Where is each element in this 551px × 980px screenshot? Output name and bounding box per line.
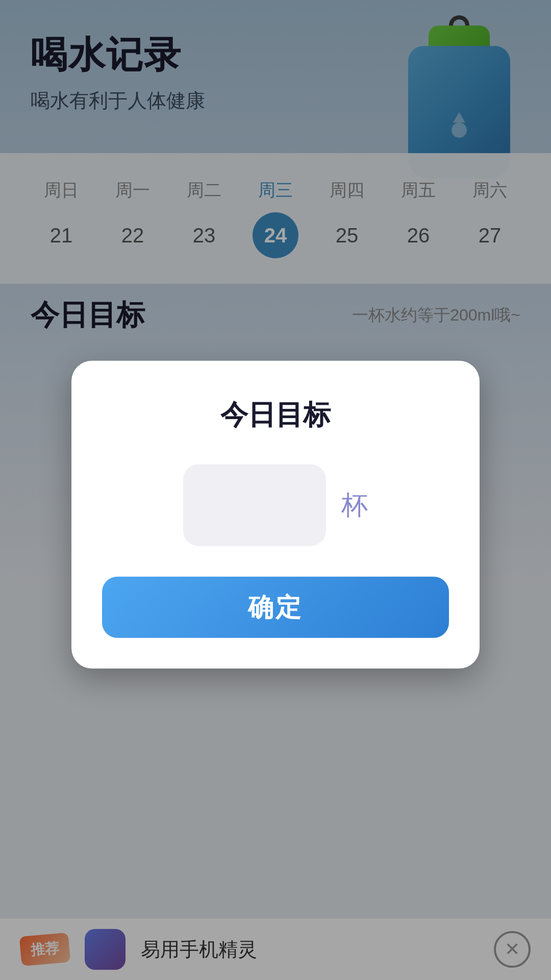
dialog-confirm-button[interactable]: 确定 [102, 577, 449, 638]
dialog-unit: 杯 [341, 487, 368, 523]
dialog-input-row: 杯 [102, 464, 449, 546]
goal-dialog: 今日目标 杯 确定 [71, 361, 480, 669]
dialog-title: 今日目标 [102, 397, 449, 434]
goal-amount-input[interactable] [183, 464, 326, 546]
